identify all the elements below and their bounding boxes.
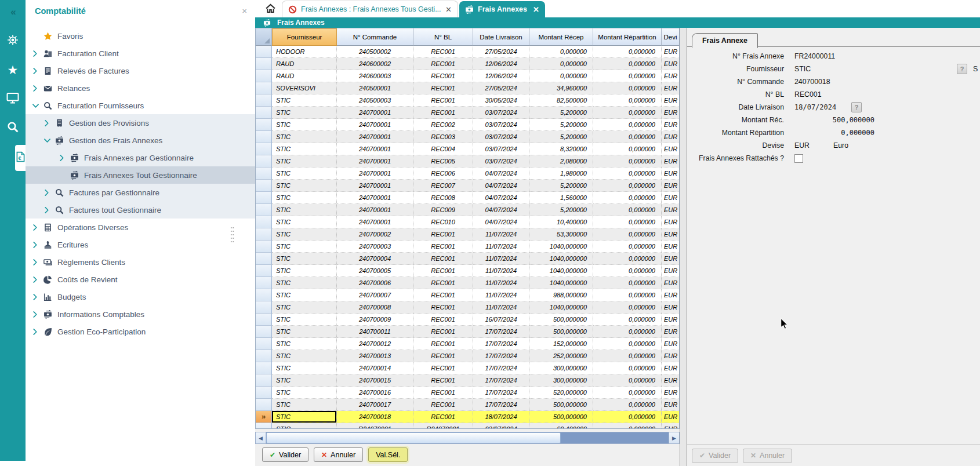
sidebar-item-factures-tout-gestionnaire[interactable]: Factures tout Gestionnaire (26, 201, 255, 219)
row-selector[interactable] (256, 387, 272, 399)
table-row[interactable]: RAUD240600003REC00112/06/20240,0000000,0… (256, 70, 680, 82)
chevron-right-icon[interactable] (59, 154, 67, 162)
chevron-right-icon[interactable] (32, 259, 40, 266)
tab-frais-annexes-active[interactable]: Frais Annexes ✕ (459, 1, 545, 17)
date-picker-button[interactable]: ? (851, 102, 862, 112)
sidebar-item-op-rations-diverses[interactable]: Opérations Diverses (26, 219, 255, 236)
table-row[interactable]: RAUD240600002REC00112/06/20240,0000000,0… (256, 58, 680, 70)
valider-button[interactable]: ✔ Valider (262, 447, 308, 462)
home-tab[interactable] (261, 2, 280, 17)
tab-close-icon[interactable]: ✕ (445, 5, 452, 14)
row-selector[interactable] (256, 399, 272, 411)
sidebar-item-co-ts-de-revient[interactable]: Coûts de Revient (26, 271, 255, 288)
select-all-header[interactable] (256, 28, 272, 46)
row-selector[interactable] (256, 289, 272, 301)
sidebar-item-gestion-des-frais-annexes[interactable]: Gestion des Frais Annexes (26, 132, 255, 149)
table-row[interactable]: STIC240700001REC01004/07/202410,4000000,… (256, 216, 680, 228)
table-row[interactable]: STIC240700003REC00111/07/20241040,000000… (256, 241, 680, 253)
row-selector[interactable] (256, 192, 272, 204)
row-selector[interactable] (256, 155, 272, 168)
rattaches-checkbox[interactable] (794, 154, 803, 163)
table-row[interactable]: STIC240700008REC00111/07/20241040,000000… (256, 301, 680, 314)
row-selector[interactable] (256, 338, 272, 350)
detail-annuler-button[interactable]: ✕ Annuler (743, 449, 792, 463)
column-header-date-livraison[interactable]: Date Livraison (473, 28, 529, 46)
row-selector[interactable] (256, 107, 272, 119)
search-icon[interactable] (0, 119, 26, 137)
row-selector[interactable] (256, 131, 272, 143)
row-selector[interactable] (256, 423, 272, 429)
column-header-n-bl[interactable]: N° BL (413, 28, 473, 46)
scroll-left-icon[interactable]: ◀ (256, 432, 266, 443)
monitor-icon[interactable] (0, 90, 26, 108)
devise-code-value[interactable]: EUR (794, 141, 810, 150)
table-row[interactable]: STIC240700001REC00704/07/20245,2000000,0… (256, 180, 680, 192)
row-selector[interactable] (256, 143, 272, 155)
row-selector[interactable] (256, 204, 272, 216)
num-commande-value[interactable]: 240700018 (794, 78, 830, 86)
date-livraison-value[interactable]: 18/07/2024 (794, 103, 836, 111)
row-selector[interactable] (256, 82, 272, 94)
row-selector[interactable] (256, 326, 272, 338)
table-row[interactable]: STIC240700007REC00111/07/2024988,0000000… (256, 289, 680, 301)
num-bl-value[interactable]: REC001 (794, 90, 821, 99)
table-row[interactable]: STIC240700001REC00804/07/20241,5600000,0… (256, 192, 680, 204)
chevron-down-icon[interactable] (44, 137, 52, 144)
fournisseur-help-button[interactable]: ? (957, 64, 967, 74)
table-row[interactable]: HODOOR240500002REC00127/05/20240,0000000… (256, 46, 680, 58)
row-selector[interactable] (256, 265, 272, 277)
helm-icon[interactable] (0, 32, 26, 50)
chevron-right-icon[interactable] (32, 328, 40, 336)
sidebar-item-budgets[interactable]: Budgets (26, 288, 255, 305)
sidebar-item-factures-par-gestionnaire[interactable]: Factures par Gestionnaire (26, 184, 255, 201)
table-row[interactable]: STIC240700016REC00117/07/2024520,0000000… (256, 387, 680, 399)
table-row[interactable]: STIC240500003REC00130/05/202482,5000000,… (256, 94, 680, 107)
collapse-sidebar-icon[interactable]: « (0, 3, 26, 21)
column-header-n-commande[interactable]: N° Commande (337, 28, 413, 46)
table-row[interactable]: STIC240700014REC00117/07/2024300,0000000… (256, 362, 680, 374)
table-row[interactable]: STIC240700011REC00117/07/2024500,0000000… (256, 326, 680, 338)
scrollbar-thumb[interactable] (266, 432, 561, 443)
table-row[interactable]: STIC240700004REC00111/07/20241040,000000… (256, 253, 680, 265)
table-row[interactable]: STIC240700001REC00203/07/20245,2000000,0… (256, 119, 680, 131)
row-selector[interactable] (256, 94, 272, 107)
row-selector[interactable] (256, 216, 272, 228)
row-selector[interactable] (256, 180, 272, 192)
sidebar-item-facturation-client[interactable]: Facturation Client (26, 45, 255, 62)
table-row[interactable]: STIC240700001REC00403/07/20248,3200000,0… (256, 143, 680, 155)
chevron-right-icon[interactable] (32, 311, 40, 318)
sidebar-item-r-glements-clients[interactable]: Règlements Clients (26, 253, 255, 271)
sidebar-item-facturation-fournisseurs[interactable]: Facturation Fournisseurs (26, 97, 255, 114)
table-row[interactable]: STIC240700009REC00116/07/2024500,0000000… (256, 314, 680, 326)
sidebar-item-informations-comptables[interactable]: Informations Comptables (26, 305, 255, 323)
chevron-right-icon[interactable] (44, 206, 52, 214)
table-row[interactable]: »STIC240700018REC00118/07/2024500,000000… (256, 411, 680, 423)
chevron-right-icon[interactable] (32, 50, 40, 57)
row-selector[interactable] (256, 241, 272, 253)
fournisseur-value[interactable]: STIC (794, 65, 811, 73)
table-row[interactable]: STIC240700001REC00303/07/20245,2000000,0… (256, 131, 680, 143)
annuler-button[interactable]: ✕ Annuler (314, 447, 363, 462)
row-selector[interactable] (256, 350, 272, 362)
detail-tab-frais-annexe[interactable]: Frais Annexe (692, 33, 758, 48)
chevron-right-icon[interactable] (32, 293, 40, 301)
table-row[interactable]: STICR24070001R2407000103/07/2024-60,4000… (256, 423, 680, 429)
sidebar-splitter-handle[interactable] (230, 226, 234, 242)
row-selector[interactable]: » (256, 411, 272, 423)
sidebar-item-ecritures[interactable]: Ecritures (26, 236, 255, 253)
chevron-right-icon[interactable] (32, 241, 40, 249)
val-sel-button[interactable]: Val.Sél. (368, 447, 408, 462)
montant-repartition-value[interactable]: 0,000000 (794, 129, 874, 137)
table-row[interactable]: STIC240700017REC00117/07/2024500,0000000… (256, 399, 680, 411)
sidebar-item-frais-annexes-par-gestionnaire[interactable]: Frais Annexes par Gestionnaire (26, 149, 255, 166)
num-frais-annexe-value[interactable]: FR24000011 (794, 52, 835, 60)
table-row[interactable]: STIC240700013REC00117/07/2024252,0000000… (256, 350, 680, 362)
row-selector[interactable] (256, 119, 272, 131)
tab-frais-annexes-tous-gestionnaire[interactable]: Frais Annexes : Frais Annexes Tous Gesti… (282, 1, 458, 17)
chevron-right-icon[interactable] (32, 224, 40, 231)
column-header-fournisseur[interactable]: Fournisseur (272, 28, 337, 46)
table-row[interactable]: STIC240700006REC00111/07/20241040,000000… (256, 277, 680, 289)
star-icon[interactable]: ★ (0, 61, 26, 79)
montant-rec-value[interactable]: 500,000000 (794, 116, 874, 124)
row-selector[interactable] (256, 362, 272, 374)
